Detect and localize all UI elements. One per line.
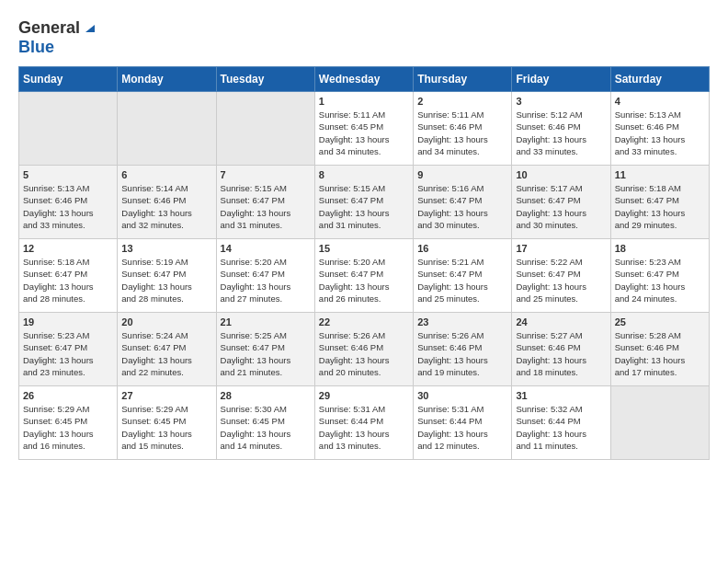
day-info: Sunrise: 5:24 AM Sunset: 6:47 PM Dayligh… — [121, 329, 211, 378]
calendar-cell: 23Sunrise: 5:26 AM Sunset: 6:46 PM Dayli… — [414, 313, 512, 386]
day-number: 7 — [221, 169, 311, 180]
calendar-weekday-wednesday: Wednesday — [314, 67, 413, 92]
day-number: 5 — [23, 169, 113, 180]
calendar-cell: 10Sunrise: 5:17 AM Sunset: 6:47 PM Dayli… — [512, 166, 610, 239]
day-number: 17 — [516, 243, 606, 254]
day-number: 8 — [319, 169, 409, 180]
calendar-cell: 4Sunrise: 5:13 AM Sunset: 6:46 PM Daylig… — [610, 92, 709, 166]
calendar-cell: 17Sunrise: 5:22 AM Sunset: 6:47 PM Dayli… — [512, 239, 610, 313]
day-number: 14 — [221, 243, 311, 254]
day-info: Sunrise: 5:19 AM Sunset: 6:47 PM Dayligh… — [121, 256, 211, 304]
day-info: Sunrise: 5:26 AM Sunset: 6:46 PM Dayligh… — [319, 329, 409, 378]
day-info: Sunrise: 5:27 AM Sunset: 6:46 PM Dayligh… — [516, 329, 606, 378]
calendar-cell: 12Sunrise: 5:18 AM Sunset: 6:47 PM Dayli… — [19, 239, 118, 313]
calendar-weekday-thursday: Thursday — [414, 67, 512, 92]
calendar-cell: 24Sunrise: 5:27 AM Sunset: 6:46 PM Dayli… — [512, 313, 610, 386]
day-number: 11 — [615, 169, 705, 180]
calendar-cell: 21Sunrise: 5:25 AM Sunset: 6:47 PM Dayli… — [216, 313, 314, 386]
calendar-cell: 6Sunrise: 5:14 AM Sunset: 6:46 PM Daylig… — [118, 166, 216, 239]
calendar-cell: 30Sunrise: 5:31 AM Sunset: 6:44 PM Dayli… — [414, 386, 512, 460]
logo-blue-text: Blue — [18, 38, 98, 57]
calendar-cell: 27Sunrise: 5:29 AM Sunset: 6:45 PM Dayli… — [118, 386, 216, 460]
day-info: Sunrise: 5:32 AM Sunset: 6:44 PM Dayligh… — [516, 403, 606, 452]
day-number: 2 — [417, 96, 507, 107]
calendar-cell — [19, 92, 118, 166]
day-number: 13 — [121, 243, 211, 254]
day-info: Sunrise: 5:22 AM Sunset: 6:47 PM Dayligh… — [516, 256, 606, 304]
calendar-week-row: 26Sunrise: 5:29 AM Sunset: 6:45 PM Dayli… — [19, 386, 710, 460]
calendar-weekday-tuesday: Tuesday — [216, 67, 314, 92]
day-info: Sunrise: 5:20 AM Sunset: 6:47 PM Dayligh… — [221, 256, 311, 304]
day-info: Sunrise: 5:18 AM Sunset: 6:47 PM Dayligh… — [23, 256, 113, 304]
calendar-cell: 20Sunrise: 5:24 AM Sunset: 6:47 PM Dayli… — [118, 313, 216, 386]
calendar-cell: 28Sunrise: 5:30 AM Sunset: 6:45 PM Dayli… — [216, 386, 314, 460]
day-number: 16 — [417, 243, 507, 254]
calendar-cell: 22Sunrise: 5:26 AM Sunset: 6:46 PM Dayli… — [314, 313, 413, 386]
logo: General Blue — [18, 18, 98, 57]
calendar-table: SundayMondayTuesdayWednesdayThursdayFrid… — [18, 66, 710, 460]
calendar-cell: 9Sunrise: 5:16 AM Sunset: 6:47 PM Daylig… — [414, 166, 512, 239]
day-number: 18 — [615, 243, 705, 254]
day-info: Sunrise: 5:29 AM Sunset: 6:45 PM Dayligh… — [121, 403, 211, 452]
calendar-weekday-saturday: Saturday — [610, 67, 709, 92]
day-info: Sunrise: 5:18 AM Sunset: 6:47 PM Dayligh… — [615, 182, 705, 231]
calendar-cell: 29Sunrise: 5:31 AM Sunset: 6:44 PM Dayli… — [314, 386, 413, 460]
day-info: Sunrise: 5:16 AM Sunset: 6:47 PM Dayligh… — [417, 182, 507, 231]
day-number: 24 — [516, 316, 606, 327]
day-number: 15 — [319, 243, 409, 254]
calendar-header-row: SundayMondayTuesdayWednesdayThursdayFrid… — [19, 67, 710, 92]
day-number: 30 — [417, 390, 507, 401]
calendar-week-row: 1Sunrise: 5:11 AM Sunset: 6:45 PM Daylig… — [19, 92, 710, 166]
calendar-weekday-friday: Friday — [512, 67, 610, 92]
day-number: 20 — [121, 316, 211, 327]
calendar-cell: 7Sunrise: 5:15 AM Sunset: 6:47 PM Daylig… — [216, 166, 314, 239]
calendar-cell: 8Sunrise: 5:15 AM Sunset: 6:47 PM Daylig… — [314, 166, 413, 239]
day-number: 31 — [516, 390, 606, 401]
day-info: Sunrise: 5:28 AM Sunset: 6:46 PM Dayligh… — [615, 329, 705, 378]
calendar-cell: 1Sunrise: 5:11 AM Sunset: 6:45 PM Daylig… — [314, 92, 413, 166]
day-number: 19 — [23, 316, 113, 327]
calendar-cell: 16Sunrise: 5:21 AM Sunset: 6:47 PM Dayli… — [414, 239, 512, 313]
day-info: Sunrise: 5:14 AM Sunset: 6:46 PM Dayligh… — [121, 182, 211, 231]
calendar-cell: 15Sunrise: 5:20 AM Sunset: 6:47 PM Dayli… — [314, 239, 413, 313]
day-number: 29 — [319, 390, 409, 401]
day-number: 6 — [121, 169, 211, 180]
day-info: Sunrise: 5:15 AM Sunset: 6:47 PM Dayligh… — [221, 182, 311, 231]
svg-marker-0 — [85, 25, 95, 32]
day-number: 23 — [417, 316, 507, 327]
day-number: 12 — [23, 243, 113, 254]
day-number: 3 — [516, 96, 606, 107]
calendar-cell: 31Sunrise: 5:32 AM Sunset: 6:44 PM Dayli… — [512, 386, 610, 460]
day-info: Sunrise: 5:13 AM Sunset: 6:46 PM Dayligh… — [615, 109, 705, 157]
day-info: Sunrise: 5:12 AM Sunset: 6:46 PM Dayligh… — [516, 109, 606, 157]
calendar-week-row: 19Sunrise: 5:23 AM Sunset: 6:47 PM Dayli… — [19, 313, 710, 386]
day-info: Sunrise: 5:29 AM Sunset: 6:45 PM Dayligh… — [23, 403, 113, 452]
day-number: 9 — [417, 169, 507, 180]
day-info: Sunrise: 5:11 AM Sunset: 6:46 PM Dayligh… — [417, 109, 507, 157]
day-number: 1 — [319, 96, 409, 107]
calendar-week-row: 5Sunrise: 5:13 AM Sunset: 6:46 PM Daylig… — [19, 166, 710, 239]
day-info: Sunrise: 5:26 AM Sunset: 6:46 PM Dayligh… — [417, 329, 507, 378]
day-number: 25 — [615, 316, 705, 327]
day-info: Sunrise: 5:31 AM Sunset: 6:44 PM Dayligh… — [417, 403, 507, 452]
calendar-cell: 19Sunrise: 5:23 AM Sunset: 6:47 PM Dayli… — [19, 313, 118, 386]
day-info: Sunrise: 5:13 AM Sunset: 6:46 PM Dayligh… — [23, 182, 113, 231]
calendar-cell: 25Sunrise: 5:28 AM Sunset: 6:46 PM Dayli… — [610, 313, 709, 386]
logo-general-text: General — [18, 18, 80, 38]
day-number: 26 — [23, 390, 113, 401]
day-info: Sunrise: 5:20 AM Sunset: 6:47 PM Dayligh… — [319, 256, 409, 304]
calendar-cell: 5Sunrise: 5:13 AM Sunset: 6:46 PM Daylig… — [19, 166, 118, 239]
calendar-cell: 2Sunrise: 5:11 AM Sunset: 6:46 PM Daylig… — [414, 92, 512, 166]
calendar-cell: 3Sunrise: 5:12 AM Sunset: 6:46 PM Daylig… — [512, 92, 610, 166]
day-number: 27 — [121, 390, 211, 401]
day-info: Sunrise: 5:31 AM Sunset: 6:44 PM Dayligh… — [319, 403, 409, 452]
day-info: Sunrise: 5:17 AM Sunset: 6:47 PM Dayligh… — [516, 182, 606, 231]
calendar-cell — [216, 92, 314, 166]
day-number: 21 — [221, 316, 311, 327]
day-info: Sunrise: 5:25 AM Sunset: 6:47 PM Dayligh… — [221, 329, 311, 378]
day-info: Sunrise: 5:23 AM Sunset: 6:47 PM Dayligh… — [23, 329, 113, 378]
day-number: 4 — [615, 96, 705, 107]
day-info: Sunrise: 5:30 AM Sunset: 6:45 PM Dayligh… — [221, 403, 311, 452]
calendar-cell: 13Sunrise: 5:19 AM Sunset: 6:47 PM Dayli… — [118, 239, 216, 313]
day-number: 28 — [221, 390, 311, 401]
